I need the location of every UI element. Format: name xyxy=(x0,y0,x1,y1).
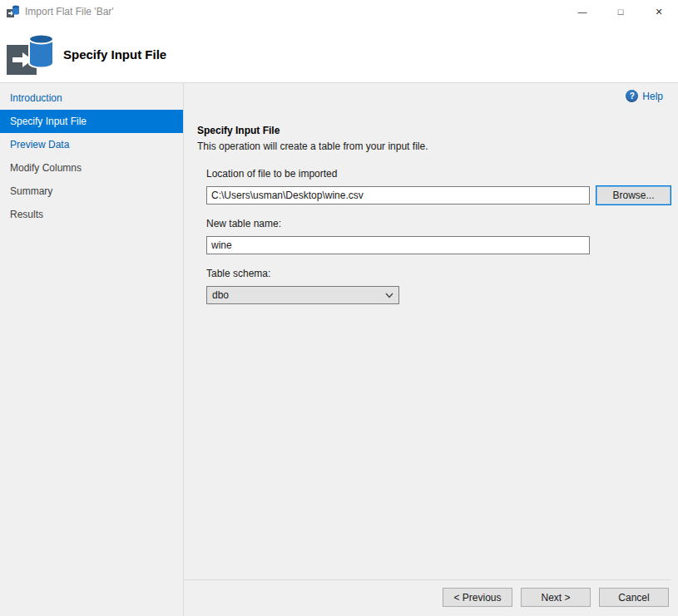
table-schema-value: dbo xyxy=(212,289,229,301)
sidebar-item-preview-data[interactable]: Preview Data xyxy=(0,133,183,156)
import-database-icon xyxy=(7,32,55,79)
section-title: Specify Input File xyxy=(197,125,280,136)
footer-separator xyxy=(184,579,671,580)
table-schema-dropdown[interactable]: dbo xyxy=(206,286,399,304)
sidebar-item-summary: Summary xyxy=(0,180,183,203)
sidebar-item-introduction[interactable]: Introduction xyxy=(0,86,183,110)
window-title: Import Flat File 'Bar' xyxy=(25,6,114,17)
page-title: Specify Input File xyxy=(63,47,166,62)
app-icon xyxy=(7,5,20,18)
sidebar-item-specify-input-file[interactable]: Specify Input File xyxy=(0,110,183,133)
wizard-header: Specify Input File xyxy=(0,23,678,83)
close-button[interactable]: ✕ xyxy=(640,0,678,23)
table-schema-label: Table schema: xyxy=(206,268,270,279)
cancel-button[interactable]: Cancel xyxy=(599,588,669,607)
maximize-button[interactable]: □ xyxy=(601,0,640,23)
browse-button[interactable]: Browse... xyxy=(596,185,671,205)
help-label: Help xyxy=(642,91,663,102)
help-link[interactable]: ? Help xyxy=(626,90,663,102)
sidebar-item-modify-columns: Modify Columns xyxy=(0,156,183,180)
chevron-down-icon xyxy=(385,293,393,298)
wizard-steps-sidebar: Introduction Specify Input File Preview … xyxy=(0,83,184,616)
help-icon: ? xyxy=(626,90,638,102)
minimize-button[interactable]: — xyxy=(563,0,601,23)
main-panel: ? Help Specify Input File This operation… xyxy=(184,83,678,616)
title-bar: Import Flat File 'Bar' — □ ✕ xyxy=(0,0,678,23)
table-name-label: New table name: xyxy=(206,218,281,229)
sidebar-item-results: Results xyxy=(0,203,183,226)
next-button[interactable]: Next > xyxy=(521,588,591,607)
table-name-input[interactable] xyxy=(206,236,590,254)
section-description: This operation will create a table from … xyxy=(197,140,428,152)
previous-button[interactable]: < Previous xyxy=(443,588,512,607)
wizard-body: Introduction Specify Input File Preview … xyxy=(0,83,678,616)
file-location-input[interactable] xyxy=(206,186,590,205)
window-controls: — □ ✕ xyxy=(563,0,678,23)
file-location-label: Location of file to be imported xyxy=(206,168,337,180)
import-flat-file-window: Import Flat File 'Bar' — □ ✕ Specify Inp… xyxy=(0,0,678,616)
